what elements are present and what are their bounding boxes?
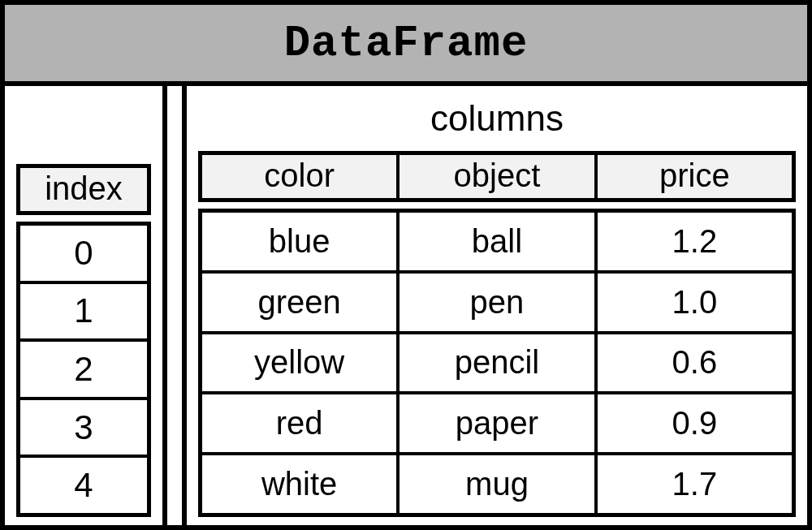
index-label: index (45, 170, 123, 206)
cell-object: mug (400, 455, 597, 513)
cell-color: white (202, 455, 400, 513)
cell-price: 1.7 (598, 455, 792, 513)
dataframe-diagram: DataFrame index 0 1 2 3 4 columns color … (0, 0, 812, 530)
table-row: blue ball 1.2 (202, 213, 792, 274)
table-row: white mug 1.7 (202, 455, 792, 513)
cell-price: 1.2 (598, 213, 792, 270)
index-cell: 4 (20, 458, 147, 513)
cell-price: 1.0 (598, 274, 792, 331)
columns-pane: columns color object price blue ball 1.2… (182, 86, 807, 525)
data-grid: blue ball 1.2 green pen 1.0 yellow penci… (198, 209, 796, 517)
index-cell: 3 (20, 400, 147, 459)
title-text: DataFrame (284, 19, 529, 68)
column-header: object (400, 155, 597, 198)
index-spacer (16, 86, 151, 164)
index-cell: 1 (20, 284, 147, 343)
column-header: color (202, 155, 400, 198)
cell-color: yellow (202, 334, 400, 392)
cell-color: red (202, 394, 400, 452)
index-cell: 0 (20, 226, 147, 284)
cell-color: blue (202, 213, 400, 270)
index-cell: 2 (20, 342, 147, 400)
title-bar: DataFrame (5, 5, 807, 86)
table-row: red paper 0.9 (202, 394, 792, 455)
cell-price: 0.6 (598, 334, 792, 392)
column-headers: color object price (198, 151, 796, 202)
columns-label-area: columns (198, 86, 796, 151)
table-row: green pen 1.0 (202, 274, 792, 334)
cell-object: ball (400, 213, 597, 270)
table-row: yellow pencil 0.6 (202, 334, 792, 395)
cell-object: pencil (400, 334, 597, 392)
cell-color: green (202, 274, 400, 331)
column-header: price (598, 155, 792, 198)
cell-object: paper (400, 394, 597, 452)
cell-price: 0.9 (598, 394, 792, 452)
cell-object: pen (400, 274, 597, 331)
index-pane: index 0 1 2 3 4 (5, 86, 167, 525)
index-list: 0 1 2 3 4 (16, 222, 151, 517)
index-header: index (16, 164, 151, 215)
body-area: index 0 1 2 3 4 columns color object pri… (5, 86, 807, 525)
columns-label: columns (430, 98, 564, 139)
